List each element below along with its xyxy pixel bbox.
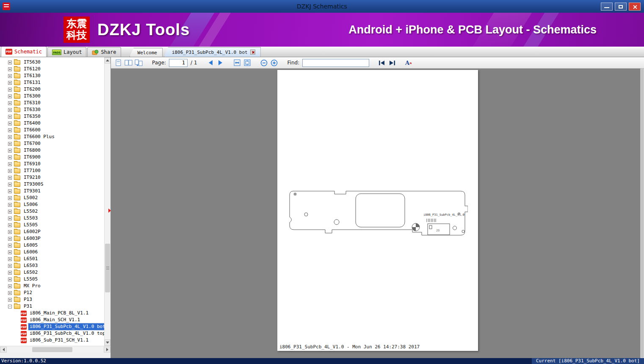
tree-folder-item[interactable]: + L5502 xyxy=(0,208,104,215)
tree-folder-item[interactable]: + P12 xyxy=(0,289,104,296)
tab-layout[interactable]: PADS Layout xyxy=(47,47,86,57)
expand-icon[interactable]: + xyxy=(8,67,12,71)
tree-folder-item[interactable]: + IT6310 xyxy=(0,100,104,106)
expand-icon[interactable]: + xyxy=(8,94,12,98)
expand-icon[interactable]: + xyxy=(8,115,12,119)
expand-icon[interactable]: + xyxy=(8,298,12,302)
single-page-view-icon[interactable] xyxy=(114,59,122,67)
tree-folder-item[interactable]: + IT6700 xyxy=(0,140,104,147)
pdf-page[interactable]: i806_P31_SubPcb_4L_V1.0 J3 i806_P31_SubP… xyxy=(277,70,478,351)
expand-icon[interactable]: + xyxy=(8,135,12,139)
doc-tab-subpcb-bot[interactable]: i806_P31_SubPcb_4L_V1.0 bot xyxy=(164,47,261,57)
expand-icon[interactable]: + xyxy=(8,264,12,268)
expand-icon[interactable]: + xyxy=(8,128,12,132)
match-case-icon[interactable]: Aa xyxy=(404,59,412,67)
tree-file-item[interactable]: PDF i806_P31_SubPcb_4L_V1.0 top xyxy=(0,330,104,337)
tree-folder-item[interactable]: + IT7100 xyxy=(0,167,104,174)
expand-icon[interactable]: + xyxy=(8,257,12,261)
previous-page-icon[interactable] xyxy=(207,59,215,67)
expand-icon[interactable]: + xyxy=(8,250,12,254)
tree-folder-item[interactable]: + L6005 xyxy=(0,242,104,249)
expand-icon[interactable]: + xyxy=(8,101,12,105)
expand-icon[interactable]: + xyxy=(8,203,12,207)
expand-icon[interactable]: + xyxy=(8,284,12,288)
tree-folder-item[interactable]: + L5505 xyxy=(0,276,104,283)
doc-tab-welcome[interactable]: Welcome xyxy=(130,48,163,57)
continuous-pages-view-icon[interactable] xyxy=(135,59,143,67)
tree-vertical-scrollbar[interactable] xyxy=(104,57,111,346)
vertical-scroll-thumb[interactable] xyxy=(105,244,110,292)
tree-folder-item[interactable]: + L6501 xyxy=(0,256,104,262)
tree-folder-item[interactable]: + IT6900 xyxy=(0,154,104,161)
canvas-scroll-thumb[interactable] xyxy=(641,69,644,358)
tree-folder-item[interactable]: + IT6600 xyxy=(0,127,104,133)
tree-folder-item[interactable]: + IT6600 Plus xyxy=(0,133,104,140)
tree-folder-item[interactable]: + IT6300 xyxy=(0,93,104,100)
scroll-right-button[interactable] xyxy=(104,347,111,353)
expand-icon[interactable]: + xyxy=(8,210,12,214)
tree-folder-item[interactable]: + MX Pro xyxy=(0,283,104,289)
expand-icon[interactable]: + xyxy=(8,142,12,146)
horizontal-scroll-track[interactable] xyxy=(7,347,104,353)
expand-icon[interactable]: + xyxy=(8,183,12,186)
expand-icon[interactable]: + xyxy=(8,169,12,173)
tree-folder-item[interactable]: + IT6120 xyxy=(0,66,104,72)
tab-close-icon[interactable] xyxy=(250,50,255,55)
tree-folder-item-expanded[interactable]: - P31 xyxy=(0,303,104,310)
title-bar[interactable]: DZKJ Schematics xyxy=(0,0,644,13)
tree-folder-item[interactable]: + L5505 xyxy=(0,222,104,228)
expand-icon[interactable]: + xyxy=(8,74,12,78)
canvas-vertical-scrollbar[interactable] xyxy=(640,69,644,358)
scroll-left-button[interactable] xyxy=(0,347,7,353)
tree-folder-item[interactable]: + IT6131 xyxy=(0,79,104,86)
expand-icon[interactable]: + xyxy=(8,244,12,247)
collapse-icon[interactable]: - xyxy=(8,305,12,308)
pdf-canvas[interactable]: i806_P31_SubPcb_4L_V1.0 J3 i806_P31_SubP… xyxy=(111,69,644,358)
tree-folder-item[interactable]: + IT6350 xyxy=(0,113,104,120)
tree-folder-item[interactable]: + IT6330 xyxy=(0,106,104,113)
expand-icon[interactable]: + xyxy=(8,149,12,153)
scroll-down-button[interactable] xyxy=(105,339,111,346)
fit-page-icon[interactable] xyxy=(243,59,252,67)
tree-folder-item[interactable]: + L6006 xyxy=(0,249,104,256)
tab-schematic[interactable]: PDF Schematic xyxy=(1,46,47,57)
tree-folder-item[interactable]: + IT6130 xyxy=(0,72,104,79)
expand-icon[interactable]: + xyxy=(8,237,12,241)
close-button[interactable] xyxy=(629,3,641,11)
tree-file-item[interactable]: PDF i806_P31_SubPcb_4L_V1.0 bot xyxy=(0,323,104,330)
expand-icon[interactable]: + xyxy=(8,176,12,180)
tree-folder-item[interactable]: + L5006 xyxy=(0,201,104,208)
maximize-button[interactable] xyxy=(615,3,627,11)
sidebar-collapse-arrow[interactable] xyxy=(108,208,111,213)
tab-share[interactable]: Share xyxy=(87,47,121,57)
tree-folder-item[interactable]: + P13 xyxy=(0,296,104,303)
tree-folder-item[interactable]: + IT9301 xyxy=(0,188,104,195)
vertical-scroll-track[interactable] xyxy=(105,64,111,339)
expand-icon[interactable]: + xyxy=(8,108,12,112)
expand-icon[interactable]: + xyxy=(8,162,12,166)
expand-icon[interactable]: + xyxy=(8,81,12,85)
tree-folder-item[interactable]: + L6503 xyxy=(0,262,104,269)
find-input[interactable] xyxy=(302,59,369,67)
tree-folder-item[interactable]: + IT6400 xyxy=(0,120,104,127)
tree-folder-item[interactable]: + L5503 xyxy=(0,215,104,222)
tree-folder-item[interactable]: + L5002 xyxy=(0,195,104,201)
expand-icon[interactable]: + xyxy=(8,189,12,193)
expand-icon[interactable]: + xyxy=(8,271,12,275)
scroll-up-button[interactable] xyxy=(105,57,111,64)
tree-file-item[interactable]: PDF i806_Sub_P31_SCH_V1.1 xyxy=(0,337,104,344)
zoom-out-icon[interactable] xyxy=(260,59,268,67)
page-number-input[interactable] xyxy=(169,59,188,67)
expand-icon[interactable]: + xyxy=(8,196,12,200)
tree-file-item[interactable]: PDF i806_Main_SCH_V1.1 xyxy=(0,317,104,323)
next-page-icon[interactable] xyxy=(217,59,225,67)
expand-icon[interactable]: + xyxy=(8,291,12,295)
tree-folder-item[interactable]: + IT6200 xyxy=(0,86,104,93)
fit-width-icon[interactable] xyxy=(233,59,241,67)
zoom-in-icon[interactable] xyxy=(270,59,278,67)
tree-folder-item[interactable]: + IT5630 xyxy=(0,59,104,66)
expand-icon[interactable]: + xyxy=(8,230,12,234)
expand-icon[interactable]: + xyxy=(8,278,12,281)
tree-folder-item[interactable]: + IT9210 xyxy=(0,174,104,181)
minimize-button[interactable] xyxy=(601,3,613,11)
